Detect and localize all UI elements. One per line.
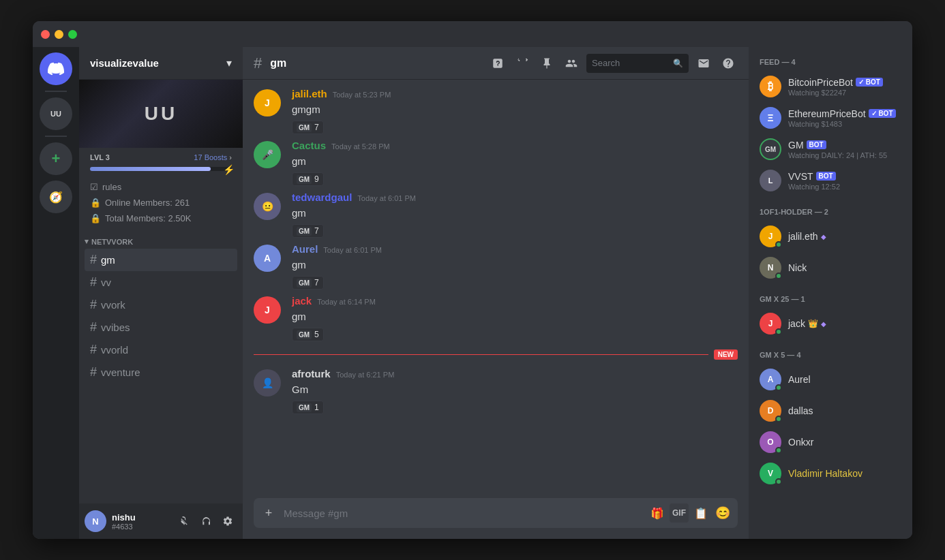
member-info-nick: Nick (788, 262, 901, 273)
member-name-onkxr: Onkxr (788, 437, 813, 448)
user-name: nishu (112, 512, 169, 523)
channel-item-vv[interactable]: # vv (85, 271, 237, 294)
mute-button[interactable] (175, 512, 194, 531)
server-dropdown-icon: ▾ (226, 57, 232, 69)
reaction-gm-ted[interactable]: GM 7 (292, 224, 324, 238)
member-name-row-vvst: VVST BOT (788, 171, 901, 182)
explore-servers-button[interactable]: 🧭 (40, 181, 72, 213)
member-name-row-onkxr: Onkxr (788, 437, 901, 448)
avatar-dallas: D (760, 400, 781, 422)
boost-text[interactable]: 17 Boosts › (194, 153, 232, 161)
members-icon[interactable] (562, 54, 581, 73)
member-item-vvst[interactable]: L VVST BOT Watching 12:52 (754, 166, 907, 196)
message-content-jack: jack Today at 6:14 PM gm GM 5 (292, 295, 738, 341)
notifications-icon[interactable] (513, 54, 532, 73)
messages-area[interactable]: J jalil.eth Today at 5:23 PM gmgm GM 7 (243, 80, 749, 498)
member-info-vvst: VVST BOT Watching 12:52 (788, 171, 901, 191)
channel-header-hash: # (254, 55, 262, 72)
add-server-button[interactable]: + (40, 142, 72, 175)
gift-button[interactable]: 🎁 (648, 503, 667, 523)
search-bar[interactable]: 🔍 (586, 54, 689, 73)
online-dot-jack (775, 328, 782, 335)
close-button[interactable] (41, 30, 50, 39)
member-item-bitcoinpricebot[interactable]: ₿ BitcoinPriceBot ✓ BOT Watching $22247 (754, 72, 907, 102)
channel-header-name: gm (270, 57, 286, 69)
reaction-bar-aurel: GM 7 (292, 276, 738, 290)
member-item-jack-member[interactable]: J jack 👑 ◆ (754, 309, 907, 339)
emoji-button[interactable]: 😊 (713, 503, 732, 523)
member-item-vladimir[interactable]: V Vladimir Haltakov (754, 458, 907, 488)
avatar-nick: N (760, 257, 781, 279)
server-separator (45, 91, 67, 92)
message-timestamp-jack: Today at 6:14 PM (317, 298, 376, 306)
member-item-nick[interactable]: N Nick (754, 253, 907, 283)
member-info-btc: BitcoinPriceBot ✓ BOT Watching $22247 (788, 77, 901, 97)
message-content-afroturk: afroturk Today at 6:21 PM Gm GM 1 (292, 368, 738, 414)
channel-header-actions: 🔍 (488, 54, 738, 73)
settings-button[interactable] (218, 512, 237, 531)
message-group: 😐 tedwardgaul Today at 6:01 PM gm GM 7 (243, 189, 749, 240)
member-item-gm-bot[interactable]: GM GM BOT Watching DAILY: 24 | ATH: 55 (754, 134, 907, 164)
reaction-bar-ted: GM 7 (292, 224, 738, 238)
channel-item-vvibes[interactable]: # vvibes (85, 316, 237, 339)
avatar-afroturk: 👤 (254, 369, 281, 396)
server-separator-2 (45, 136, 67, 137)
threads-icon[interactable] (488, 54, 507, 73)
gif-button[interactable]: GIF (670, 503, 689, 523)
channel-item-gm[interactable]: # gm 👤+ (85, 249, 237, 271)
server-banner-image: UU (79, 80, 243, 148)
message-group: J jalil.eth Today at 5:23 PM gmgm GM 7 (243, 85, 749, 137)
app-window: UU + 🧭 visualizevalue ▾ UU LVL 3 17 Boos… (33, 21, 912, 539)
help-icon[interactable] (719, 54, 738, 73)
category-chevron: ▾ (85, 237, 89, 246)
pinned-messages-icon[interactable] (537, 54, 556, 73)
maximize-button[interactable] (68, 30, 77, 39)
reaction-gm-jalil[interactable]: GM 7 (292, 121, 324, 134)
inbox-icon[interactable] (694, 54, 713, 73)
message-input-area: + 🎁 GIF 📋 😊 (243, 498, 749, 539)
deafen-button[interactable] (196, 512, 215, 531)
member-item-ethereumpricebot[interactable]: Ξ EthereumPriceBot ✓ BOT Watching $1483 (754, 103, 907, 133)
message-header-jack: jack Today at 6:14 PM (292, 295, 738, 307)
reaction-gm-aurel[interactable]: GM 7 (292, 276, 324, 290)
member-item-onkxr[interactable]: O Onkxr (754, 427, 907, 457)
main-content: # gm (243, 47, 749, 539)
total-count: Total Members: 2.50K (105, 213, 191, 223)
input-right-icons: 🎁 GIF 📋 😊 (648, 503, 732, 523)
member-info-aurel-member: Aurel (788, 374, 901, 385)
user-avatar-initial: N (92, 516, 98, 527)
server-visualizevalue-icon[interactable]: UU (40, 97, 72, 130)
add-attachment-button[interactable]: + (259, 503, 278, 523)
message-group: 👤 afroturk Today at 6:21 PM Gm GM 1 (243, 365, 749, 417)
avatar-cactus: 🎤 (254, 141, 281, 168)
message-group: 🎤 Cactus Today at 5:28 PM gm GM 9 (243, 137, 749, 189)
bot-badge-vvst: BOT (816, 172, 836, 181)
minimize-button[interactable] (55, 30, 63, 39)
channel-item-vvorld[interactable]: # vvorld (85, 339, 237, 361)
discord-home-button[interactable] (40, 52, 72, 85)
member-item-dallas[interactable]: D dallas (754, 396, 907, 426)
reaction-gm-jack[interactable]: GM 5 (292, 328, 324, 341)
author-name-ted: tedwardgaul (292, 191, 352, 203)
avatar-jack-member: J (760, 313, 781, 335)
server-header[interactable]: visualizevalue ▾ (79, 47, 243, 80)
search-input[interactable] (592, 58, 669, 68)
message-input[interactable] (284, 508, 642, 519)
channel-item-vventure[interactable]: # vventure (85, 361, 237, 384)
member-name-jalil: jalil.eth (788, 231, 818, 242)
reaction-emoji: GM (297, 330, 312, 339)
channel-item-vvork[interactable]: # vvork (85, 294, 237, 316)
reaction-gm-cactus[interactable]: GM 9 (292, 172, 324, 186)
member-item-jalileth[interactable]: J jalil.eth ◆ (754, 221, 907, 251)
member-info-onkxr: Onkxr (788, 437, 901, 448)
channel-hash-vvibes: # (90, 320, 97, 335)
message-content-cactus: Cactus Today at 5:28 PM gm GM 9 (292, 140, 738, 186)
channel-category-netvvork[interactable]: ▾ NETVVORK (79, 226, 243, 249)
reaction-gm-afroturk[interactable]: GM 1 (292, 401, 324, 414)
sticker-button[interactable]: 📋 (691, 503, 710, 523)
level-bar-background (90, 167, 232, 171)
channel-hash-vvorld: # (90, 343, 97, 357)
rules-item[interactable]: ☑ rules (79, 179, 243, 195)
member-item-aurel[interactable]: A Aurel (754, 364, 907, 394)
avatar-jalil-member: J (760, 225, 781, 247)
